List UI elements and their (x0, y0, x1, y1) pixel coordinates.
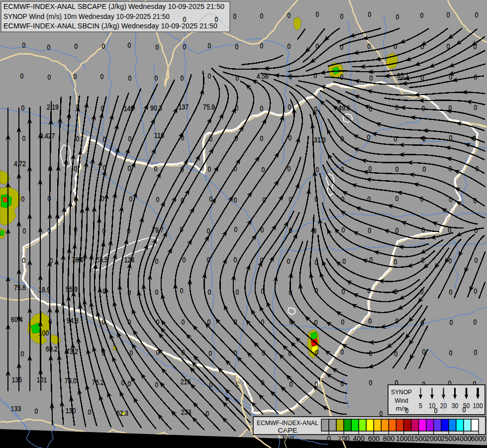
svg-text:0: 0 (341, 380, 344, 388)
svg-text:0: 0 (380, 410, 383, 418)
svg-text:0: 0 (74, 165, 78, 173)
svg-text:0: 0 (449, 288, 453, 296)
svg-text:69.2: 69.2 (46, 345, 58, 353)
svg-text:0: 0 (475, 226, 478, 234)
svg-text:0: 0 (367, 133, 371, 141)
svg-text:SYNOP Wind (m/s) 10m Wednesday: SYNOP Wind (m/s) 10m Wednesday 10-09-202… (3, 12, 170, 20)
svg-text:0: 0 (395, 165, 399, 173)
svg-text:75.9: 75.9 (203, 103, 215, 111)
svg-text:0: 0 (340, 12, 344, 20)
svg-text:400: 400 (353, 435, 365, 443)
svg-text:0: 0 (209, 349, 212, 357)
svg-text:0: 0 (234, 256, 237, 264)
svg-text:0: 0 (474, 287, 478, 295)
svg-text:0: 0 (20, 72, 24, 80)
svg-text:0: 0 (102, 42, 105, 50)
svg-text:0: 0 (155, 288, 159, 296)
svg-text:CAPE: CAPE (278, 427, 297, 434)
svg-text:0: 0 (128, 164, 131, 172)
svg-text:0: 0 (183, 15, 187, 23)
svg-text:0: 0 (288, 11, 291, 19)
svg-text:0: 0 (288, 103, 292, 111)
svg-text:0: 0 (48, 73, 51, 81)
svg-text:0: 0 (474, 104, 478, 112)
svg-text:0: 0 (233, 12, 237, 20)
svg-text:0: 0 (156, 43, 159, 51)
svg-text:1500: 1500 (411, 435, 426, 443)
svg-text:130: 130 (66, 407, 76, 415)
svg-text:800: 800 (383, 435, 395, 443)
svg-text:0: 0 (405, 407, 409, 415)
svg-text:0: 0 (154, 165, 158, 173)
svg-text:6000: 6000 (471, 435, 486, 443)
svg-text:ECMWF-INDEX-ANAL SBCAPE (J/kg): ECMWF-INDEX-ANAL SBCAPE (J/kg) Wednesday… (3, 2, 224, 10)
svg-text:0: 0 (215, 15, 218, 23)
svg-text:0: 0 (447, 11, 450, 19)
svg-text:0: 0 (181, 74, 184, 82)
svg-text:0: 0 (208, 288, 211, 296)
svg-text:0: 0 (236, 288, 239, 296)
svg-text:100: 100 (473, 402, 483, 410)
svg-text:1000: 1000 (396, 435, 411, 443)
svg-text:0: 0 (343, 257, 346, 265)
svg-text:0: 0 (450, 319, 453, 327)
svg-text:0: 0 (234, 196, 237, 204)
svg-text:0: 0 (327, 435, 331, 443)
svg-text:0: 0 (128, 41, 131, 49)
svg-text:0: 0 (74, 73, 77, 81)
svg-text:0: 0 (314, 72, 317, 80)
svg-text:0: 0 (369, 379, 373, 387)
svg-text:0: 0 (155, 257, 159, 265)
svg-text:0: 0 (475, 256, 478, 264)
svg-text:5: 5 (419, 402, 422, 410)
svg-text:0: 0 (260, 105, 264, 112)
svg-text:0: 0 (394, 258, 397, 266)
svg-text:0: 0 (128, 135, 132, 143)
svg-text:0: 0 (208, 72, 211, 80)
svg-text:0: 0 (235, 43, 239, 51)
svg-text:2000: 2000 (426, 435, 441, 443)
svg-text:Wind: Wind (395, 397, 408, 404)
svg-text:0: 0 (22, 41, 26, 49)
svg-text:30: 30 (452, 402, 459, 410)
svg-text:0: 0 (76, 135, 80, 143)
svg-text:SYNOP: SYNOP (391, 388, 412, 396)
svg-text:0: 0 (449, 349, 453, 357)
svg-text:0: 0 (463, 406, 466, 414)
svg-text:0: 0 (449, 257, 452, 265)
svg-text:0: 0 (183, 43, 187, 51)
svg-text:0: 0 (21, 195, 25, 203)
svg-text:0: 0 (260, 12, 264, 20)
svg-text:75.8: 75.8 (14, 284, 26, 292)
svg-text:0: 0 (22, 134, 26, 142)
svg-text:0: 0 (368, 42, 371, 50)
svg-text:137: 137 (179, 103, 189, 111)
svg-text:0: 0 (156, 196, 160, 204)
svg-text:0: 0 (396, 13, 399, 21)
svg-text:0: 0 (128, 380, 131, 388)
svg-text:0: 0 (316, 10, 319, 18)
svg-text:94.3: 94.3 (67, 317, 79, 325)
svg-text:101: 101 (37, 376, 47, 384)
svg-text:0: 0 (234, 225, 238, 233)
svg-text:0: 0 (47, 43, 51, 51)
svg-text:60.4: 60.4 (11, 316, 23, 324)
svg-text:0: 0 (128, 74, 132, 82)
svg-text:0: 0 (155, 74, 158, 82)
svg-text:0: 0 (23, 227, 26, 235)
svg-text:0: 0 (180, 287, 184, 295)
svg-text:0: 0 (394, 135, 397, 143)
svg-text:0: 0 (369, 317, 372, 325)
svg-text:0: 0 (260, 134, 264, 142)
svg-text:0: 0 (341, 318, 345, 326)
svg-text:600: 600 (368, 435, 380, 443)
svg-text:0: 0 (423, 165, 426, 173)
svg-text:0.427: 0.427 (40, 132, 55, 140)
svg-text:78.0: 78.0 (65, 377, 77, 385)
svg-text:0: 0 (474, 318, 477, 326)
svg-text:31.3: 31.3 (314, 136, 326, 144)
svg-text:0: 0 (262, 166, 265, 174)
svg-text:55.9: 55.9 (66, 285, 78, 293)
svg-text:124: 124 (124, 256, 134, 264)
svg-text:0: 0 (395, 195, 399, 203)
